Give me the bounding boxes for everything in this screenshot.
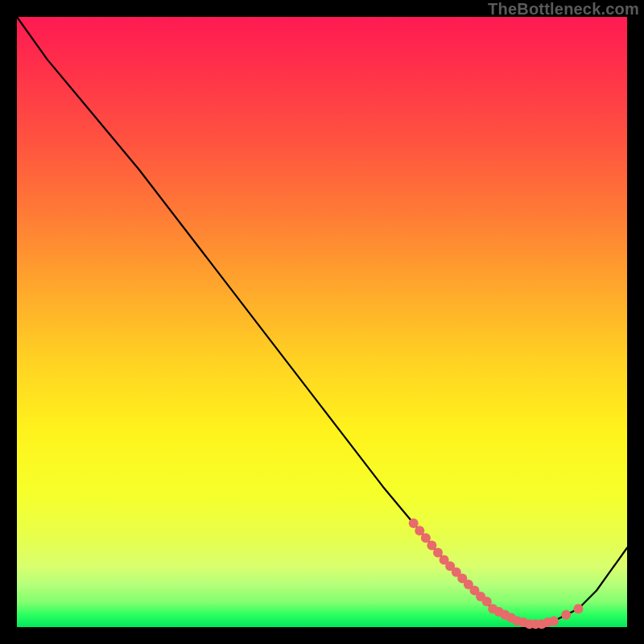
chart-frame: TheBottleneck.com	[0, 0, 644, 644]
marker-dot	[561, 610, 571, 620]
chart-plot	[17, 17, 627, 627]
watermark-label: TheBottleneck.com	[488, 0, 639, 19]
highlight-markers	[409, 518, 584, 629]
main-curve	[17, 17, 627, 624]
marker-dot	[573, 604, 583, 613]
marker-dot	[549, 616, 559, 625]
